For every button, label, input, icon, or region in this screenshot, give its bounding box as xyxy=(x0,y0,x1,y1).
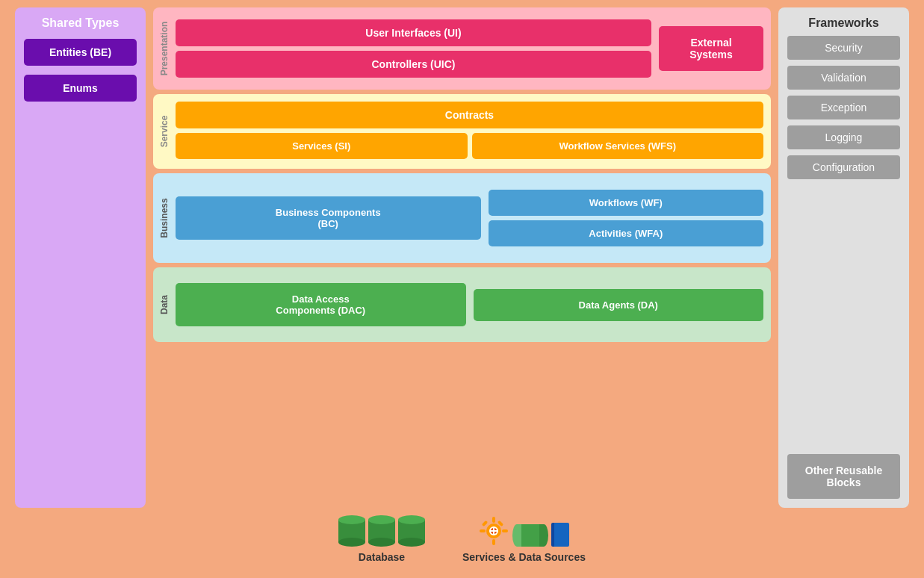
workflows-block: Workflows (WF) xyxy=(489,190,764,216)
security-item: Security xyxy=(787,36,900,60)
shared-types-title: Shared Types xyxy=(42,16,120,30)
service-icons xyxy=(478,515,569,547)
validation-item: Validation xyxy=(787,66,900,90)
other-reusable-blocks: Other Reusable Blocks xyxy=(787,454,900,499)
svg-rect-6 xyxy=(482,520,488,526)
frameworks-panel: Frameworks Security Validation Exception… xyxy=(778,7,909,508)
enums-item: Enums xyxy=(24,75,137,102)
workflow-services-block: Workflow Services (WFS) xyxy=(472,133,764,159)
cylinder-1 xyxy=(338,515,365,547)
cylinder-3 xyxy=(398,515,425,547)
service-row: Services (SI) Workflow Services (WFS) xyxy=(176,133,763,159)
data-access-block: Data Access Components (DAC) xyxy=(176,283,466,326)
svg-rect-3 xyxy=(492,539,495,545)
business-layer: Business Business Components (BC) Workfl… xyxy=(153,173,771,263)
services-block: Services (SI) xyxy=(176,133,468,159)
workflows-column: Workflows (WF) Activities (WFA) xyxy=(489,190,764,246)
entities-item: Entities (BE) xyxy=(24,39,137,66)
activities-block: Activities (WFA) xyxy=(489,220,764,246)
bottom-section: Database xyxy=(338,515,586,571)
ui-block: User Interfaces (UI) xyxy=(176,19,651,46)
cylinder-2 xyxy=(368,515,395,547)
business-label: Business xyxy=(159,198,170,237)
business-components-block: Business Components (BC) xyxy=(176,196,481,240)
service-label: Service xyxy=(159,116,170,148)
data-layer: Data Data Access Components (DAC) Data A… xyxy=(153,267,771,342)
database-item: Database xyxy=(338,515,425,563)
layers-panel: Presentation User Interfaces (UI) Contro… xyxy=(153,7,771,508)
logging-item: Logging xyxy=(787,125,900,149)
presentation-label: Presentation xyxy=(159,22,170,76)
presentation-layer: Presentation User Interfaces (UI) Contro… xyxy=(153,7,771,90)
presentation-blocks: User Interfaces (UI) Controllers (UIC) xyxy=(176,19,651,78)
frameworks-title: Frameworks xyxy=(808,16,878,30)
svg-rect-4 xyxy=(480,529,486,532)
shared-types-panel: Shared Types Entities (BE) Enums xyxy=(15,7,146,508)
data-label: Data xyxy=(159,295,170,314)
architecture-container: Shared Types Entities (BE) Enums Present… xyxy=(15,7,909,508)
controllers-block: Controllers (UIC) xyxy=(176,51,651,78)
svg-rect-2 xyxy=(492,517,495,523)
barrel-icon xyxy=(512,524,548,547)
external-systems-block: External Systems xyxy=(659,26,763,71)
book-icon xyxy=(551,523,569,547)
gear-icon xyxy=(478,515,509,547)
services-data-label: Services & Data Sources xyxy=(462,551,586,563)
database-label: Database xyxy=(359,551,405,563)
data-agents-block: Data Agents (DA) xyxy=(474,289,764,321)
configuration-item: Configuration xyxy=(787,155,900,179)
contracts-block: Contracts xyxy=(176,102,763,128)
db-icons xyxy=(338,515,425,547)
svg-rect-5 xyxy=(502,529,508,532)
services-data-item: Services & Data Sources xyxy=(462,515,586,563)
exception-item: Exception xyxy=(787,96,900,119)
service-layer: Service Contracts Services (SI) Workflow… xyxy=(153,94,771,169)
